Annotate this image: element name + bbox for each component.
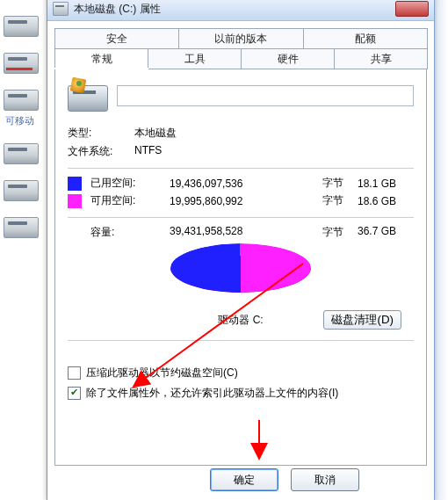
tab-label: 常规 — [91, 52, 112, 67]
tab-label: 共享 — [371, 52, 392, 67]
drive-icon — [4, 217, 39, 238]
tab-security[interactable]: 安全 — [54, 28, 179, 49]
dialog-button-row: 确定 取消 — [47, 468, 434, 491]
divider — [68, 340, 414, 341]
tab-label: 硬件 — [278, 52, 299, 67]
tab-quota[interactable]: 配额 — [303, 28, 428, 49]
type-value: 本地磁盘 — [134, 126, 177, 141]
crop-fade — [432, 0, 448, 500]
titlebar[interactable]: 本地磁盘 (C:) 属性 — [47, 0, 434, 21]
used-unit: 字节 — [322, 176, 358, 191]
used-swatch — [68, 177, 82, 191]
tab-tools[interactable]: 工具 — [148, 48, 242, 69]
drive-icon — [4, 90, 39, 111]
usage-pie-chart — [68, 243, 414, 303]
used-space-row: 已用空间: 19,436,097,536 字节 18.1 GB — [68, 176, 414, 191]
used-bytes: 19,436,097,536 — [170, 178, 322, 190]
properties-dialog: 本地磁盘 (C:) 属性 安全 以前的版本 配额 常规 工具 硬件 共享 类型:… — [47, 0, 435, 500]
used-gb: 18.1 GB — [358, 178, 396, 190]
general-tab-pane: 类型: 本地磁盘 文件系统: NTFS 已用空间: 19,436,097,536… — [54, 69, 427, 466]
drive-icon — [4, 180, 39, 201]
capacity-gb: 36.7 GB — [358, 225, 396, 240]
button-label: 磁盘清理(D) — [331, 313, 394, 326]
close-button[interactable] — [395, 1, 429, 17]
tab-sharing[interactable]: 共享 — [334, 48, 428, 69]
tab-label: 以前的版本 — [214, 32, 267, 47]
tab-general[interactable]: 常规 — [54, 48, 148, 69]
tab-label: 工具 — [184, 52, 206, 67]
drive-icon — [4, 16, 39, 37]
free-swatch — [68, 194, 82, 208]
compress-checkbox[interactable] — [68, 366, 81, 380]
cancel-button[interactable]: 取消 — [291, 468, 359, 491]
free-bytes: 19,995,860,992 — [170, 195, 322, 207]
type-label: 类型: — [68, 126, 134, 141]
disk-cleanup-button[interactable]: 磁盘清理(D) — [323, 310, 401, 330]
drive-label-input[interactable] — [117, 85, 414, 106]
free-gb: 18.6 GB — [358, 195, 396, 207]
capacity-label: 容量: — [90, 225, 170, 240]
explorer-background: 可移动 — [0, 0, 49, 500]
drive-icon — [4, 53, 39, 74]
filesystem-label: 文件系统: — [68, 144, 134, 159]
divider — [68, 217, 414, 218]
index-checkbox[interactable] — [68, 387, 81, 400]
free-unit: 字节 — [322, 193, 358, 208]
filesystem-value: NTFS — [134, 144, 162, 159]
tab-label: 安全 — [106, 32, 127, 47]
drive-letter-label: 驱动器 C: — [218, 313, 263, 328]
used-label: 已用空间: — [90, 176, 170, 191]
capacity-row: 容量: 39,431,958,528 字节 36.7 GB — [90, 225, 414, 240]
ok-button[interactable]: 确定 — [210, 468, 278, 491]
index-label: 除了文件属性外，还允许索引此驱动器上文件的内容(I) — [86, 386, 338, 401]
tab-label: 配额 — [355, 32, 376, 47]
sidebar-label: 可移动 — [5, 114, 48, 127]
free-label: 可用空间: — [90, 193, 170, 208]
divider — [68, 168, 414, 169]
button-label: 确定 — [234, 473, 255, 488]
window-title: 本地磁盘 (C:) 属性 — [74, 2, 395, 17]
compress-label: 压缩此驱动器以节约磁盘空间(C) — [86, 366, 238, 380]
tab-hardware[interactable]: 硬件 — [241, 48, 335, 69]
button-label: 取消 — [314, 473, 336, 488]
capacity-unit: 字节 — [322, 225, 358, 240]
tab-previous-versions[interactable]: 以前的版本 — [178, 28, 303, 49]
drive-icon — [53, 2, 69, 16]
free-space-row: 可用空间: 19,995,860,992 字节 18.6 GB — [68, 193, 414, 208]
capacity-bytes: 39,431,958,528 — [170, 225, 322, 240]
drive-icon — [4, 143, 39, 164]
drive-large-icon — [68, 78, 106, 113]
